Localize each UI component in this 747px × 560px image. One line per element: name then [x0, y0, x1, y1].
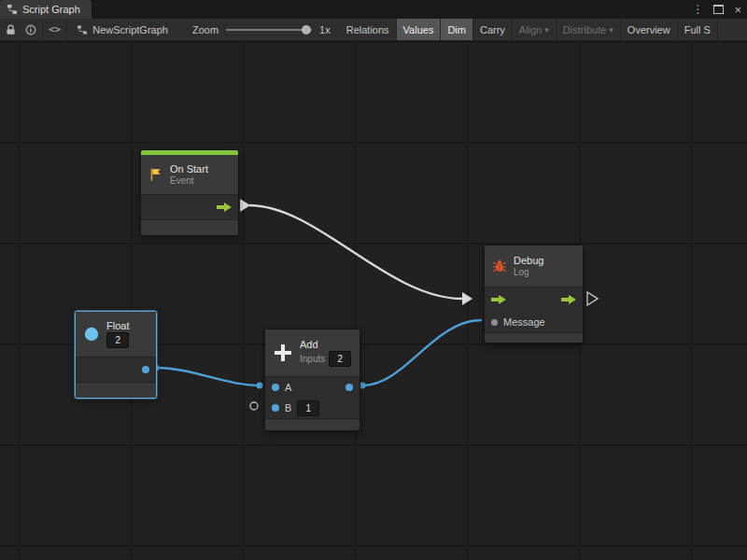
- flag-icon: [148, 167, 163, 182]
- node-footer: [141, 219, 238, 235]
- node-footer: [265, 418, 359, 430]
- values-button[interactable]: Values: [397, 19, 442, 40]
- graph-asset-icon: [77, 24, 88, 35]
- lock-icon[interactable]: [6, 24, 16, 35]
- graph-canvas[interactable]: On Start Event Float 2: [0, 40, 747, 560]
- unconnected-port-icon[interactable]: [250, 402, 258, 410]
- wires-layer: [0, 40, 747, 560]
- port-b-label: B: [285, 402, 291, 413]
- node-header: Debug Log: [485, 245, 583, 287]
- node-subtitle: Log: [514, 267, 543, 277]
- maximize-icon[interactable]: [713, 5, 724, 14]
- port-a-label: A: [285, 382, 291, 393]
- message-port-row: Message: [485, 312, 583, 332]
- wire-end-arrow-icon: [462, 292, 472, 305]
- bug-icon: [492, 259, 507, 273]
- node-header: Float 2: [76, 312, 156, 357]
- flow-arrow-out-icon[interactable]: [561, 295, 576, 304]
- node-title: Add: [300, 339, 351, 350]
- float-icon: [83, 326, 100, 343]
- zoom-control: Zoom 1x: [177, 19, 338, 40]
- flow-arrow-out-icon[interactable]: [217, 203, 232, 212]
- wire-value-add-to-debuglog[interactable]: [362, 320, 482, 385]
- plus-icon: [273, 343, 293, 363]
- wire-value-float-to-add[interactable]: [156, 368, 260, 385]
- graph-breadcrumb[interactable]: NewScriptGraph: [67, 19, 177, 40]
- info-icon[interactable]: [25, 24, 36, 35]
- overview-button[interactable]: Overview: [621, 19, 678, 40]
- wire-endpoint-dot: [257, 383, 263, 389]
- node-title: Float: [106, 320, 129, 331]
- zoom-value: 1x: [319, 24, 331, 35]
- input-port-a[interactable]: [272, 384, 279, 391]
- chevron-down-icon: ▾: [609, 25, 613, 35]
- value-output-row: [76, 357, 156, 382]
- fullscreen-button[interactable]: Full S: [678, 19, 718, 40]
- distribute-label: Distribute: [563, 24, 606, 35]
- window-tab-bar: Script Graph ⋮ ×: [0, 0, 747, 19]
- node-title: Debug: [514, 255, 543, 266]
- node-debug-log[interactable]: Debug Log Message: [484, 245, 584, 343]
- value-output-port[interactable]: [142, 366, 149, 373]
- flow-arrow-in-icon[interactable]: [491, 295, 506, 304]
- node-on-start[interactable]: On Start Event: [140, 149, 239, 236]
- chevron-down-icon: ▾: [544, 25, 549, 35]
- node-header: On Start Event: [141, 155, 238, 195]
- dim-button[interactable]: Dim: [441, 19, 473, 40]
- node-title: On Start: [170, 163, 208, 175]
- control-output-row: [141, 195, 238, 219]
- node-float[interactable]: Float 2: [75, 311, 157, 399]
- code-icon[interactable]: <>: [49, 23, 61, 35]
- script-graph-icon: [7, 4, 18, 15]
- wire-start-arrow-icon: [240, 199, 250, 212]
- graph-toolbar: <> NewScriptGraph Zoom 1x Relations Valu…: [0, 19, 747, 41]
- window-controls: ⋮ ×: [692, 0, 741, 19]
- control-flow-row: [485, 287, 583, 312]
- zoom-slider-handle[interactable]: [302, 25, 311, 35]
- zoom-slider[interactable]: [226, 29, 312, 31]
- port-row-a: A: [265, 377, 359, 398]
- inputs-count-field[interactable]: 2: [329, 351, 351, 367]
- float-value-field[interactable]: 2: [106, 332, 129, 348]
- align-label: Align: [519, 24, 542, 35]
- node-footer: [485, 332, 583, 343]
- graph-name-label: NewScriptGraph: [92, 24, 168, 35]
- distribute-dropdown[interactable]: Distribute ▾: [557, 19, 621, 40]
- inputs-label: Inputs: [300, 354, 325, 364]
- node-subtitle: Event: [170, 175, 208, 186]
- toolbar-left-icons: [0, 19, 43, 40]
- toolbar-buttons: Relations Values Dim Carry Align ▾ Distr…: [340, 19, 718, 40]
- wire-control-onstart-to-debuglog[interactable]: [249, 205, 462, 299]
- align-dropdown[interactable]: Align ▾: [513, 19, 557, 40]
- port-b-value-field[interactable]: 1: [297, 400, 319, 416]
- tab-title: Script Graph: [22, 4, 80, 15]
- input-port-b[interactable]: [272, 404, 279, 412]
- close-icon[interactable]: ×: [734, 4, 741, 16]
- toolbar-code-group: <>: [43, 19, 67, 40]
- node-add[interactable]: Add Inputs 2 A B 1: [264, 329, 360, 431]
- port-row-b: B 1: [265, 398, 359, 418]
- message-label: Message: [503, 316, 545, 328]
- tab-script-graph[interactable]: Script Graph: [0, 0, 92, 19]
- carry-button[interactable]: Carry: [473, 19, 513, 40]
- zoom-label: Zoom: [192, 24, 218, 35]
- message-input-port[interactable]: [491, 319, 498, 326]
- kebab-menu-icon[interactable]: ⋮: [692, 4, 703, 15]
- relations-button[interactable]: Relations: [340, 19, 397, 40]
- debug-output-arrow-icon[interactable]: [587, 292, 598, 305]
- node-footer: [76, 382, 156, 398]
- value-output-port[interactable]: [345, 384, 353, 391]
- node-header: Add Inputs 2: [265, 329, 359, 377]
